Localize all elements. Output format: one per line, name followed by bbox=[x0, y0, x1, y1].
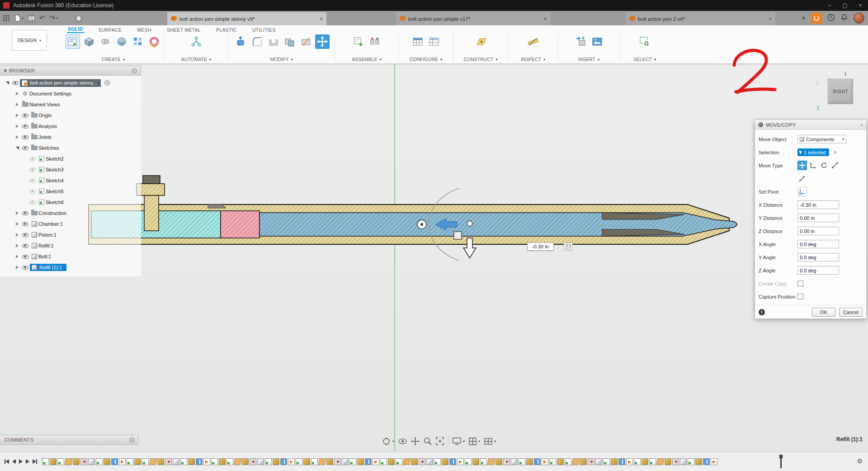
z-distance-input[interactable] bbox=[797, 227, 839, 235]
timeline-feature-move[interactable] bbox=[618, 458, 625, 465]
timeline-step-forward-button[interactable] bbox=[26, 459, 29, 464]
move-object-select[interactable]: Components ▾ bbox=[797, 135, 846, 143]
timeline-feature-flag[interactable] bbox=[288, 458, 295, 465]
canvas-image-icon[interactable] bbox=[590, 34, 604, 49]
collapsed-arrow-icon[interactable] bbox=[16, 211, 19, 215]
timeline-feature-component[interactable] bbox=[511, 458, 518, 465]
split-body-icon[interactable] bbox=[299, 34, 313, 49]
timeline-feature-move[interactable] bbox=[111, 458, 118, 465]
save-button[interactable] bbox=[28, 15, 35, 22]
move-type-point-to-point-icon[interactable] bbox=[830, 161, 840, 170]
timeline-feature-extrude[interactable] bbox=[273, 458, 279, 465]
timeline-feature-plane[interactable] bbox=[487, 458, 495, 465]
visibility-eye-icon[interactable] bbox=[29, 190, 36, 194]
timeline-feature-extrude[interactable] bbox=[411, 458, 418, 465]
timeline-play-button[interactable] bbox=[19, 459, 23, 464]
collapsed-arrow-icon[interactable] bbox=[16, 114, 19, 117]
visibility-eye-icon[interactable] bbox=[22, 135, 28, 139]
timeline-feature-joint[interactable] bbox=[250, 458, 256, 465]
cylinder-primitive-icon[interactable] bbox=[98, 34, 113, 49]
timeline-feature-sketch[interactable] bbox=[296, 458, 302, 465]
user-avatar[interactable] bbox=[854, 13, 864, 24]
clock-icon[interactable] bbox=[827, 14, 835, 23]
collapsed-arrow-icon[interactable] bbox=[16, 266, 19, 269]
clear-selection-icon[interactable]: × bbox=[834, 149, 837, 156]
pattern-icon[interactable] bbox=[131, 34, 145, 49]
timeline-feature-joint[interactable] bbox=[80, 458, 87, 465]
box-primitive-icon[interactable] bbox=[82, 34, 96, 49]
sphere-primitive-icon[interactable] bbox=[114, 34, 129, 49]
collapsed-arrow-icon[interactable] bbox=[16, 135, 19, 139]
y-angle-input[interactable] bbox=[797, 253, 839, 262]
viewports-icon[interactable]: ▾ bbox=[484, 438, 496, 445]
info-icon[interactable]: i bbox=[759, 309, 765, 315]
group-label-automate[interactable]: AUTOMATE▾ bbox=[181, 57, 211, 62]
create-copy-checkbox[interactable] bbox=[797, 281, 803, 286]
timeline-feature-component[interactable] bbox=[88, 458, 95, 465]
visibility-eye-icon[interactable] bbox=[22, 211, 28, 215]
timeline-feature-flag[interactable] bbox=[626, 458, 633, 465]
group-label-create[interactable]: CREATE▾ bbox=[102, 57, 125, 62]
document-tab-3[interactable]: bolt action pen 2 v4* × bbox=[626, 12, 775, 25]
group-label-inspect[interactable]: INSPECT▾ bbox=[521, 57, 546, 62]
expanded-arrow-icon[interactable] bbox=[6, 81, 9, 85]
timeline-feature-sketch[interactable] bbox=[649, 458, 656, 465]
cancel-button[interactable]: Cancel bbox=[839, 308, 863, 317]
minimize-button[interactable]: – bbox=[822, 0, 837, 11]
timeline-feature-extrude[interactable] bbox=[326, 458, 333, 465]
ribbon-tab-surface[interactable]: SURFACE bbox=[98, 26, 123, 33]
timeline-feature-sketch[interactable] bbox=[480, 458, 487, 465]
move-type-translate-icon[interactable] bbox=[808, 161, 818, 170]
timeline-feature-extrude[interactable] bbox=[557, 458, 564, 465]
set-pivot-icon[interactable] bbox=[797, 187, 807, 196]
group-label-configure[interactable]: CONFIGURE▾ bbox=[410, 57, 442, 62]
timeline-feature-extrude[interactable] bbox=[134, 458, 141, 465]
move-copy-icon[interactable] bbox=[315, 34, 330, 49]
timeline-feature-sketch[interactable] bbox=[349, 458, 356, 465]
tree-row-sketch6[interactable]: Sketch6 bbox=[0, 197, 141, 208]
timeline-feature-plane[interactable] bbox=[656, 458, 665, 465]
timeline-feature-extrude[interactable] bbox=[388, 458, 395, 465]
collapsed-arrow-icon[interactable] bbox=[16, 222, 19, 226]
timeline-feature-extrude[interactable] bbox=[642, 458, 648, 465]
tree-row-joints[interactable]: Joints bbox=[0, 132, 141, 143]
timeline-feature-component[interactable] bbox=[173, 458, 179, 465]
select-icon[interactable] bbox=[637, 34, 652, 49]
timeline-settings-gear-icon[interactable]: ⚙ bbox=[857, 457, 863, 465]
timeline-feature-sketch[interactable] bbox=[634, 458, 641, 465]
ribbon-tab-plastic[interactable]: PLASTIC bbox=[215, 26, 238, 33]
visibility-eye-icon[interactable] bbox=[29, 200, 36, 205]
timeline-feature-component[interactable] bbox=[342, 458, 349, 465]
collapsed-arrow-icon[interactable] bbox=[16, 103, 19, 106]
timeline-feature-sketch[interactable] bbox=[565, 458, 571, 465]
timeline-feature-extrude[interactable] bbox=[357, 458, 364, 465]
tree-row-sketch3[interactable]: Sketch3 bbox=[0, 164, 141, 175]
timeline-feature-component[interactable] bbox=[257, 458, 264, 465]
visibility-eye-icon[interactable] bbox=[22, 233, 28, 237]
timeline-feature-joint[interactable] bbox=[165, 458, 172, 465]
visibility-eye-icon[interactable] bbox=[22, 124, 28, 128]
timeline-feature-move[interactable] bbox=[365, 458, 372, 465]
timeline-feature-extrude[interactable] bbox=[495, 458, 502, 465]
tree-row-sketch2[interactable]: Sketch2 bbox=[0, 153, 141, 164]
timeline-feature-flag[interactable] bbox=[119, 458, 126, 465]
timeline-feature-plane[interactable] bbox=[572, 458, 580, 465]
viewcube[interactable]: RIGHT bbox=[828, 79, 853, 104]
press-pull-icon[interactable] bbox=[234, 34, 248, 49]
x-angle-input[interactable] bbox=[797, 240, 839, 248]
tree-row-analysis[interactable]: Analysis bbox=[0, 121, 141, 132]
combine-icon[interactable] bbox=[283, 34, 297, 49]
timeline-feature-joint[interactable] bbox=[588, 458, 594, 465]
timeline-feature-sketch[interactable] bbox=[549, 458, 556, 465]
pan-icon[interactable] bbox=[411, 437, 420, 446]
tooltip-menu-dots-icon[interactable]: ⋮ bbox=[556, 244, 561, 250]
group-label-assemble[interactable]: ASSEMBLE▾ bbox=[352, 57, 382, 62]
visibility-eye-icon[interactable] bbox=[29, 179, 36, 183]
expression-button[interactable] bbox=[564, 243, 573, 251]
timeline-feature-extrude[interactable] bbox=[695, 458, 702, 465]
tree-row-construction[interactable]: Construction bbox=[0, 208, 141, 219]
fillet-icon[interactable] bbox=[250, 34, 264, 49]
timeline-feature-extrude[interactable] bbox=[219, 458, 226, 465]
document-tab-2[interactable]: bolt action pen simple v17* × bbox=[396, 12, 551, 25]
browser-header[interactable]: BROWSER bbox=[0, 66, 141, 76]
